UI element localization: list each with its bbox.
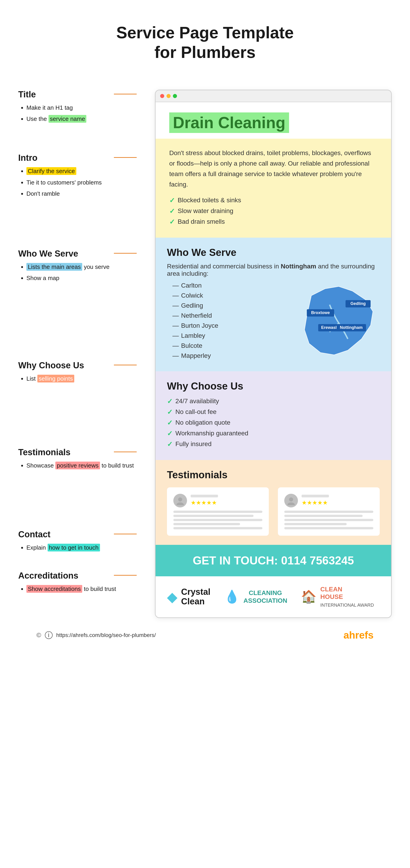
contact-label-heading: Contact [18,530,137,539]
contact-cta-text: GET IN TOUCH: 0114 7563245 [167,554,380,567]
browser-title-section: Drain Cleaning [156,102,391,139]
intro-section-label: Intro Clarify the service Tie it to cust… [18,153,137,199]
footer-brand: ahrefs [343,629,374,641]
line-2c [284,519,373,521]
serve-area-1: Carlton [167,282,286,289]
browser-intro-text: Don't stress about blocked drains, toile… [169,148,377,190]
serve-list: Carlton Colwick Gedling Netherfield Burt… [167,282,286,362]
selling-points-highlight: selling points [37,375,74,382]
footer-left: © i https://ahrefs.com/blog/seo-for-plum… [36,631,156,639]
page-title: Service Page Template for Plumbers [18,14,392,71]
contact-bullet-1: Explain how to get in touch [26,543,137,553]
line-2d [284,523,347,525]
serve-area-6: Lambley [167,332,286,339]
footer-url: https://ahrefs.com/blog/seo-for-plumbers… [56,632,156,638]
map-svg: Broxtowe Gedling Erewash Nottingham [293,282,380,360]
line-2a [284,510,373,513]
cleaning-association-icon: 💧 [224,589,240,604]
line-1d [173,523,240,525]
avatar-2 [284,494,298,507]
testimonial-lines-1 [173,510,263,529]
map-container: Broxtowe Gedling Erewash Nottingham [293,282,380,360]
show-accreditations-highlight: Show accreditations [26,585,82,593]
clean-house-icon: 🏠 [301,589,317,604]
browser-testimonials-heading: Testimonials [167,469,380,480]
svg-text:Nottingham: Nottingham [340,325,363,330]
browser-dot-red [160,94,164,98]
serve-area-4: Netherfield [167,312,286,319]
crystal-clean-badge: ◆ CrystalClean [167,587,210,607]
browser-checklist: Blocked toilets & sinks Slow water drain… [169,196,377,226]
testimonials-section-label: Testimonials Showcase positive reviews t… [18,447,137,470]
svg-text:Broxtowe: Broxtowe [311,310,330,315]
browser-why-choose-us-section: Why Choose Us 24/7 availability No call-… [156,371,391,460]
testimonial-card-2: ★★★★★ [278,487,380,536]
browser-intro-section: Don't stress about blocked drains, toile… [156,139,391,238]
why-item-4: Workmanship guaranteed [167,429,380,437]
cleaning-association-name: CLEANINGASSOCIATION [243,589,287,604]
why-choose-us-label-heading: Why Choose Us [18,361,137,370]
serve-content: Carlton Colwick Gedling Netherfield Burt… [167,282,380,362]
serve-area-3: Gedling [167,302,286,309]
intro-bullet-2: Tie it to customers' problems [26,178,137,187]
clean-house-badge: 🏠 CLEANHOUSEINTERNATIONAL AWARD [301,585,374,609]
testimonials-label-heading: Testimonials [18,447,137,457]
svg-point-11 [287,502,295,505]
left-column: Title Make it an H1 tag Use the service … [18,90,137,618]
contact-section-label: Contact Explain how to get in touch [18,530,137,553]
reviewer-name-bar-2 [302,495,329,497]
browser-dot-yellow [167,94,171,98]
intro-bullet-3: Don't ramble [26,189,137,199]
service-name-highlight: service name [48,115,87,123]
browser-contact-section: GET IN TOUCH: 0114 7563245 [156,545,391,576]
browser-h1-title: Drain Cleaning [169,113,289,133]
svg-point-10 [289,497,293,501]
positive-reviews-highlight: positive reviews [55,462,100,469]
copyright-icon: © [36,631,41,639]
intro-label-heading: Intro [18,153,137,163]
line-2e [284,527,373,529]
info-icon: i [45,631,53,639]
testimonial-lines-2 [284,510,373,529]
testimonials-row: ★★★★★ [167,487,380,536]
title-label-heading: Title [18,90,118,99]
accreditations-section-label: Accreditations Show accreditations to bu… [18,571,137,594]
why-bullet-1: List selling points [26,374,137,383]
browser-mockup: Drain Cleaning Don't stress about blocke… [155,90,392,618]
avatar-icon-1 [176,496,185,505]
clean-house-name: CLEANHOUSEINTERNATIONAL AWARD [320,585,374,609]
why-choose-us-section-label: Why Choose Us List selling points [18,361,137,383]
line-1e [173,527,263,529]
title-bullet-1: Make it an H1 tag [26,103,118,113]
browser-why-checklist: 24/7 availability No call-out fee No obl… [167,397,380,448]
stars-2: ★★★★★ [302,499,329,506]
accreditations-bullet-1: Show accreditations to build trust [26,584,137,594]
serve-area-8: Mapperley [167,352,286,360]
checklist-item-3: Bad drain smells [169,218,377,226]
testimonial-header-2: ★★★★★ [284,494,373,507]
testimonial-card-1: ★★★★★ [167,487,269,536]
why-item-1: 24/7 availability [167,397,380,405]
line-1c [173,519,263,521]
accreditations-label-heading: Accreditations [18,571,137,581]
svg-point-9 [176,502,184,505]
serve-bullet-1: Lists the main areas you serve [26,262,137,272]
checklist-item-2: Slow water draining [169,207,377,215]
who-we-serve-section-label: Who We Serve Lists the main areas you se… [18,249,137,283]
line-1b [173,515,253,517]
why-item-2: No call-out fee [167,408,380,416]
why-item-5: Fully insured [167,440,380,448]
reviewer-name-bar-1 [191,495,218,497]
stars-1: ★★★★★ [191,499,218,506]
clarify-highlight: Clarify the service [26,167,76,175]
svg-point-8 [178,497,182,501]
browser-dot-green [173,94,177,98]
who-we-serve-label-heading: Who We Serve [18,249,137,259]
browser-mockup-container: Drain Cleaning Don't stress about blocke… [137,90,392,618]
browser-who-we-serve-heading: Who We Serve [167,247,380,258]
serve-area-2: Colwick [167,292,286,299]
browser-accreditations-section: ◆ CrystalClean 💧 CLEANINGASSOCIATION [156,576,391,618]
line-1a [173,510,263,513]
line-2b [284,515,363,517]
browser-who-we-serve-desc: Residential and commercial business in N… [167,263,380,277]
